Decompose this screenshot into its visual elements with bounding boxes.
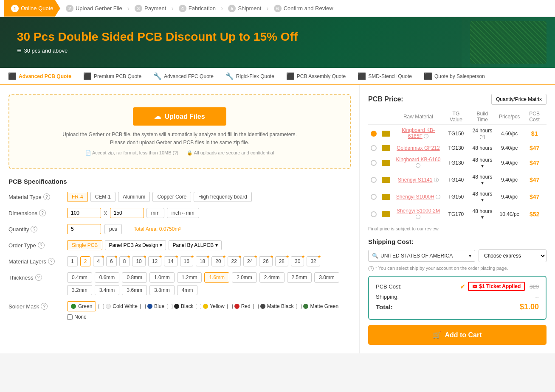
thickness-2.4[interactable]: 2.4mm (259, 272, 285, 283)
solder-matte-black-check[interactable] (253, 304, 259, 309)
thickness-1.2[interactable]: 1.2mm (177, 272, 202, 283)
layer-28[interactable]: 28 (275, 256, 288, 266)
layer-26[interactable]: 26 (259, 256, 272, 266)
material-gf212[interactable]: Goldenmax GF212 (397, 145, 439, 151)
solder-none[interactable]: None (67, 314, 87, 320)
thickness-2.0[interactable]: 2.0mm (232, 272, 257, 283)
thickness-1.6[interactable]: 1.6mm (204, 272, 229, 283)
nav-step-2[interactable]: 2 Upload Gerber File (59, 0, 129, 17)
tab-premium-pcb[interactable]: ⬛ Premium PCB Quote (77, 68, 147, 85)
solder-green[interactable]: Green (67, 301, 96, 311)
nav-step-4[interactable]: 4 Fabrication (172, 0, 223, 17)
order-panel-allpcb[interactable]: Panel By ALLPCB ▾ (169, 240, 222, 250)
thickness-3.8[interactable]: 3.8mm (149, 285, 175, 295)
order-panel-design[interactable]: Panel PCB As Design ▾ (105, 240, 166, 250)
layer-10[interactable]: 10 (132, 256, 145, 266)
thickness-4[interactable]: 4mm (177, 285, 198, 295)
solder-yellow[interactable]: Yellow (196, 303, 224, 309)
thickness-1.0[interactable]: 1.0mm (149, 272, 175, 283)
tab-pcb-assembly[interactable]: ⬛ PCB Assembly Quote (280, 68, 352, 85)
tab-advanced-fpc[interactable]: 🔧 Advanced FPC Quote (147, 68, 220, 85)
material-aluminum[interactable]: Aluminum (118, 192, 150, 202)
solder-matte-green[interactable]: Matte Green (296, 303, 338, 309)
material-s1000h[interactable]: Shengyi S1000H (396, 194, 434, 200)
layer-16[interactable]: 16 (180, 256, 193, 266)
material-copper-core[interactable]: Copper Core (152, 192, 191, 202)
layer-22[interactable]: 22 (228, 256, 241, 266)
layer-18[interactable]: 18 (196, 256, 209, 266)
material-high-freq[interactable]: High frequency board (194, 192, 252, 202)
ticket-badge[interactable]: 🎟 $1 Ticket Applied (468, 282, 525, 291)
material-type-help[interactable]: ? (43, 193, 50, 200)
solder-matte-green-check[interactable] (296, 304, 301, 309)
thickness-0.4[interactable]: 0.4mm (67, 272, 92, 283)
thickness-3.2[interactable]: 3.2mm (67, 285, 92, 295)
thickness-2.5[interactable]: 2.5mm (287, 272, 312, 283)
layer-12[interactable]: 12 (148, 256, 161, 266)
upload-button[interactable]: ☁ Upload Files (133, 107, 226, 126)
radio-kb6160[interactable] (371, 160, 377, 166)
thickness-0.6[interactable]: 0.6mm (95, 272, 120, 283)
thickness-3.0[interactable]: 3.0mm (314, 272, 339, 283)
material-s1141[interactable]: Shengyi S1141 (398, 177, 432, 183)
radio-gf212[interactable] (371, 145, 377, 151)
tab-salesperson[interactable]: ⬛ Quote by Salesperson (418, 68, 491, 85)
tab-rigid-flex[interactable]: 🔧 Rigid-Flex Quote (220, 68, 280, 85)
order-type-help[interactable]: ? (38, 242, 45, 249)
country-selector[interactable]: 🔍 UNITED STATES OF AMERICA ▾ (368, 250, 475, 262)
quantity-input[interactable] (67, 224, 101, 234)
layer-2[interactable]: 2 (80, 256, 91, 266)
material-fr4[interactable]: FR-4 (67, 192, 88, 202)
material-kb6160[interactable]: Kingboard KB-6160 (396, 157, 441, 162)
cost-s1141: $47 (522, 171, 547, 188)
layer-24[interactable]: 24 (243, 256, 256, 266)
dimensions-help[interactable]: ? (39, 210, 46, 216)
layer-6[interactable]: 6 (106, 256, 117, 266)
nav-step-5[interactable]: 5 Shipment (221, 0, 268, 17)
solder-red[interactable]: Red (227, 303, 251, 309)
solder-red-check[interactable] (227, 304, 233, 309)
layer-20[interactable]: 20 (211, 256, 225, 266)
layer-30[interactable]: 30 (291, 256, 304, 266)
solder-cold-white-check[interactable] (99, 304, 104, 309)
solder-black-check[interactable] (167, 304, 172, 309)
dimension-switch[interactable]: inch↔mm (167, 208, 199, 218)
solder-cold-white[interactable]: Cold White (99, 303, 138, 309)
thickness-help[interactable]: ? (35, 274, 42, 281)
radio-s1000-2m[interactable] (371, 211, 377, 217)
material-s1000-2m[interactable]: Shengyi S1000-2M (397, 208, 440, 214)
quantity-help[interactable]: ? (31, 226, 37, 232)
dimension-width[interactable] (67, 208, 101, 218)
material-kb6165f[interactable]: Kingboard KB-6165F (402, 127, 435, 139)
material-cem1[interactable]: CEM-1 (90, 192, 116, 202)
layer-14[interactable]: 14 (164, 256, 177, 266)
thickness-0.8[interactable]: 0.8mm (122, 272, 147, 283)
radio-s1000h[interactable] (371, 194, 377, 200)
thickness-3.6[interactable]: 3.6mm (122, 285, 147, 295)
radio-s1141[interactable] (371, 177, 377, 183)
nav-step-3[interactable]: 3 Payment (128, 0, 173, 17)
thickness-3.4[interactable]: 3.4mm (95, 285, 120, 295)
solder-black[interactable]: Black (167, 303, 193, 309)
solder-blue-check[interactable] (140, 304, 146, 309)
layer-32[interactable]: 32 (307, 256, 320, 266)
solder-blue[interactable]: Blue (140, 303, 164, 309)
add-to-cart-button[interactable]: 🛒 Add to Cart (368, 325, 547, 345)
tab-advanced-pcb[interactable]: ⬛ Advanced PCB Quote (2, 68, 77, 85)
radio-kb6165f[interactable] (371, 131, 377, 137)
express-selector[interactable]: Choose express (479, 249, 547, 262)
dimension-height[interactable] (110, 208, 144, 218)
solder-none-check[interactable] (67, 314, 73, 320)
layer-8[interactable]: 8 (119, 256, 130, 266)
solder-matte-black[interactable]: Matte Black (253, 303, 294, 309)
layer-4[interactable]: 4 (93, 256, 104, 266)
order-single-pcb[interactable]: Single PCB (67, 240, 102, 250)
solder-yellow-check[interactable] (196, 304, 201, 309)
solder-mask-help[interactable]: ? (41, 303, 48, 310)
nav-step-1[interactable]: 1 Online Quote (4, 0, 60, 17)
nav-step-6[interactable]: 6 Confirm and Review (267, 0, 340, 17)
matrix-button[interactable]: Quantiy/Price Matrix (491, 94, 547, 105)
layer-1[interactable]: 1 (67, 256, 78, 266)
material-layers-help[interactable]: ? (48, 258, 55, 265)
tab-smd-stencil[interactable]: ⬛ SMD-Stencil Quote (352, 68, 418, 85)
